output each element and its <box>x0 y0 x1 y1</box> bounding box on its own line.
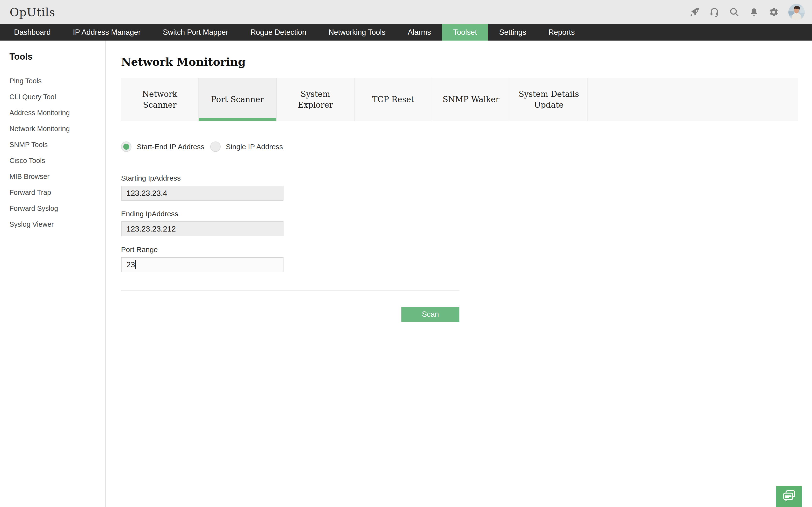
content-shell: Tools Ping Tools CLI Query Tool Address … <box>0 41 812 507</box>
sidebar-item-cli-query-tool[interactable]: CLI Query Tool <box>9 89 105 105</box>
port-range-field-group: Port Range <box>121 245 812 272</box>
sidebar-item-forward-syslog[interactable]: Forward Syslog <box>9 201 105 216</box>
nav-item-switch-port-mapper[interactable]: Switch Port Mapper <box>152 24 240 41</box>
scan-button[interactable]: Scan <box>401 307 459 322</box>
sidebar-item-snmp-tools[interactable]: SNMP Tools <box>9 137 105 153</box>
radio-label-start-end-ip[interactable]: Start-End IP Address <box>137 143 204 151</box>
nav-item-settings[interactable]: Settings <box>488 24 538 41</box>
radio-label-single-ip[interactable]: Single IP Address <box>226 143 283 151</box>
radio-start-end-ip[interactable] <box>121 142 132 152</box>
tool-tabs: Network Scanner Port Scanner System Expl… <box>121 78 798 121</box>
sidebar-item-forward-trap[interactable]: Forward Trap <box>9 184 105 201</box>
nav-item-reports[interactable]: Reports <box>538 24 586 41</box>
sidebar-heading: Tools <box>9 52 105 62</box>
sidebar-item-cisco-tools[interactable]: Cisco Tools <box>9 153 105 169</box>
search-icon[interactable] <box>729 7 740 17</box>
scan-mode-options: Start-End IP Address Single IP Address <box>121 142 812 152</box>
ending-ip-label: Ending IpAddress <box>121 210 812 218</box>
form-divider <box>121 290 459 291</box>
nav-item-networking-tools[interactable]: Networking Tools <box>317 24 396 41</box>
user-avatar[interactable] <box>788 4 805 20</box>
nav-item-rogue-detection[interactable]: Rogue Detection <box>239 24 317 41</box>
tab-port-scanner[interactable]: Port Scanner <box>199 78 277 121</box>
nav-item-toolset[interactable]: Toolset <box>442 24 488 41</box>
app-logo: OpUtils <box>10 6 55 19</box>
tab-snmp-walker[interactable]: SNMP Walker <box>433 78 510 121</box>
sidebar-list: Ping Tools CLI Query Tool Address Monito… <box>9 73 105 232</box>
radio-single-ip[interactable] <box>210 142 221 152</box>
main-nav: Dashboard IP Address Manager Switch Port… <box>0 24 812 41</box>
nav-item-dashboard[interactable]: Dashboard <box>3 24 62 41</box>
chat-launcher-button[interactable] <box>776 486 802 507</box>
sidebar-item-network-monitoring[interactable]: Network Monitoring <box>9 121 105 137</box>
starting-ip-field-group: Starting IpAddress <box>121 174 812 201</box>
tabs-filler <box>588 78 798 121</box>
starting-ip-input[interactable] <box>121 186 284 201</box>
nav-item-alarms[interactable]: Alarms <box>397 24 442 41</box>
tab-system-explorer[interactable]: System Explorer <box>277 78 355 121</box>
text-cursor <box>135 260 136 269</box>
tools-sidebar: Tools Ping Tools CLI Query Tool Address … <box>0 41 106 507</box>
gear-icon[interactable] <box>768 7 779 17</box>
port-range-label: Port Range <box>121 245 812 254</box>
main-content: Network Monitoring Network Scanner Port … <box>106 41 812 507</box>
sidebar-item-syslog-viewer[interactable]: Syslog Viewer <box>9 216 105 232</box>
sidebar-item-address-monitoring[interactable]: Address Monitoring <box>9 105 105 121</box>
page-title: Network Monitoring <box>121 56 812 68</box>
headset-icon[interactable] <box>709 7 720 17</box>
nav-item-ip-address-manager[interactable]: IP Address Manager <box>62 24 152 41</box>
tab-system-details-update[interactable]: System Details Update <box>510 78 588 121</box>
chat-bubbles-icon <box>781 488 797 504</box>
port-range-input[interactable] <box>121 257 284 272</box>
app-header: OpUtils <box>0 0 812 24</box>
tab-network-scanner[interactable]: Network Scanner <box>121 78 199 121</box>
header-actions <box>689 4 805 20</box>
sidebar-item-mib-browser[interactable]: MIB Browser <box>9 169 105 184</box>
tab-tcp-reset[interactable]: TCP Reset <box>355 78 433 121</box>
bell-icon[interactable] <box>749 7 759 17</box>
ending-ip-input[interactable] <box>121 221 284 236</box>
port-scan-form: Starting IpAddress Ending IpAddress Port… <box>121 174 812 322</box>
radio-selected-dot <box>123 144 129 150</box>
ending-ip-field-group: Ending IpAddress <box>121 210 812 236</box>
sidebar-item-ping-tools[interactable]: Ping Tools <box>9 73 105 89</box>
rocket-icon[interactable] <box>689 7 700 17</box>
starting-ip-label: Starting IpAddress <box>121 174 812 182</box>
